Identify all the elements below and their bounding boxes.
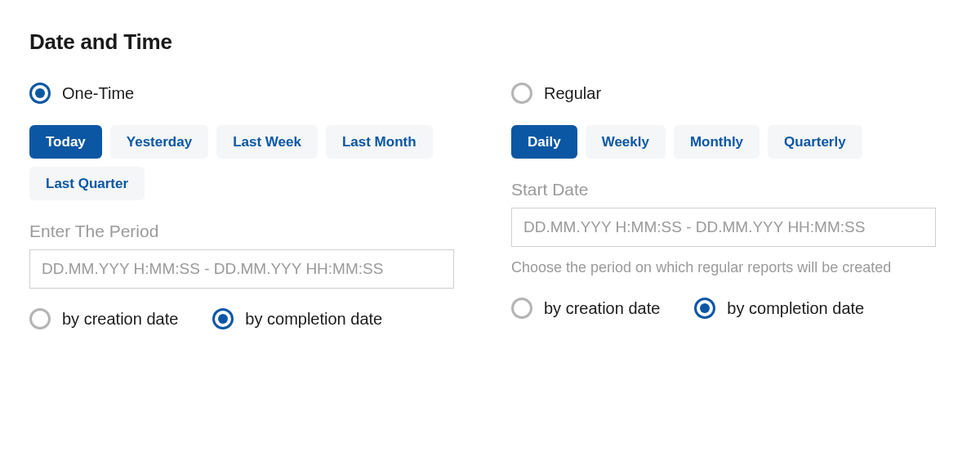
- page-title: Date and Time: [29, 29, 951, 55]
- chip-last-week[interactable]: Last Week: [216, 125, 318, 159]
- by-creation-cluster-right[interactable]: by creation date: [511, 298, 660, 319]
- start-date-input[interactable]: [511, 208, 936, 247]
- one-time-date-filter-row: by creation date by completion date: [29, 308, 454, 329]
- start-date-hint: Choose the period on which regular repor…: [511, 257, 936, 278]
- by-creation-label-left: by creation date: [62, 310, 178, 329]
- by-completion-radio-right[interactable]: [694, 298, 715, 319]
- columns: One-Time Today Yesterday Last Week Last …: [29, 83, 951, 329]
- chip-weekly[interactable]: Weekly: [586, 125, 666, 159]
- by-completion-label-left: by completion date: [245, 310, 382, 329]
- one-time-chips: Today Yesterday Last Week Last Month Las…: [29, 125, 454, 200]
- one-time-column: One-Time Today Yesterday Last Week Last …: [29, 83, 454, 329]
- chip-last-quarter[interactable]: Last Quarter: [29, 167, 145, 200]
- regular-radio-label: Regular: [544, 85, 601, 101]
- regular-column: Regular Daily Weekly Monthly Quarterly S…: [511, 83, 936, 329]
- by-completion-radio-left[interactable]: [212, 308, 234, 329]
- regular-radio-row[interactable]: Regular: [511, 83, 936, 104]
- period-input[interactable]: [29, 249, 454, 289]
- chip-daily[interactable]: Daily: [511, 125, 577, 159]
- period-label: Enter The Period: [29, 222, 454, 241]
- one-time-radio[interactable]: [29, 83, 51, 104]
- regular-date-filter-row: by creation date by completion date: [511, 298, 936, 319]
- by-completion-cluster-left[interactable]: by completion date: [212, 308, 382, 329]
- start-date-label: Start Date: [511, 180, 936, 199]
- one-time-radio-label: One-Time: [62, 85, 134, 101]
- by-creation-radio-right[interactable]: [511, 298, 532, 319]
- chip-yesterday[interactable]: Yesterday: [110, 125, 208, 159]
- by-completion-label-right: by completion date: [727, 299, 864, 318]
- chip-monthly[interactable]: Monthly: [674, 125, 760, 159]
- regular-radio[interactable]: [511, 83, 532, 104]
- by-completion-cluster-right[interactable]: by completion date: [694, 298, 864, 319]
- regular-chips: Daily Weekly Monthly Quarterly: [511, 125, 936, 159]
- chip-today[interactable]: Today: [29, 125, 102, 159]
- chip-quarterly[interactable]: Quarterly: [768, 125, 862, 159]
- by-creation-cluster-left[interactable]: by creation date: [29, 308, 178, 329]
- by-creation-radio-left[interactable]: [29, 308, 51, 329]
- by-creation-label-right: by creation date: [544, 299, 660, 318]
- chip-last-month[interactable]: Last Month: [326, 125, 433, 159]
- one-time-radio-row[interactable]: One-Time: [29, 83, 454, 104]
